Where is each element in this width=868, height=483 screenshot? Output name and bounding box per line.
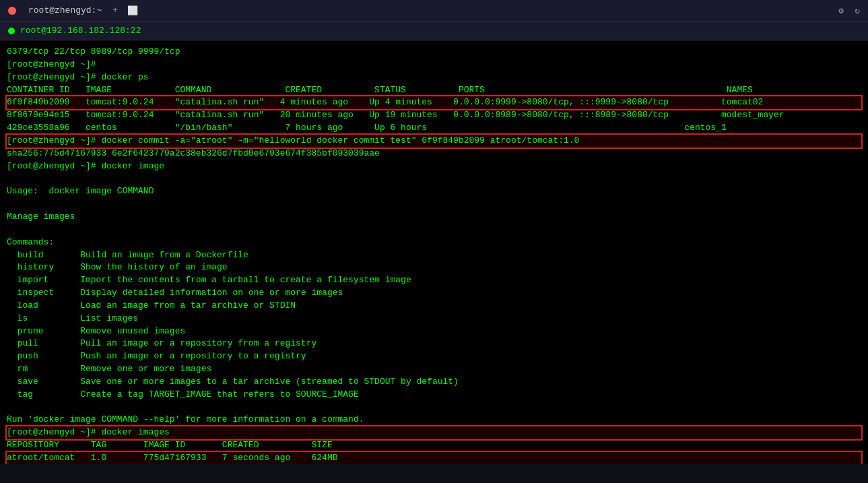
line-commit-cmd: [root@zhengyd ~]# docker commit -a="atro…: [7, 135, 861, 148]
line-sha: sha256:775d47167933 6e2f6423779a2c38eb32…: [7, 148, 861, 160]
line-blank3: [7, 198, 861, 211]
line-image-atroot: atroot/tomcat 1.0 775d47167933 7 seconds…: [7, 452, 861, 464]
line-ports: 6379/tcp 22/tcp 8989/tcp 9999/tcp: [7, 46, 861, 59]
line-blank1: [root@zhengyd ~]#: [7, 59, 861, 71]
line-cmd-build: build Build an image from a Dockerfile: [7, 249, 861, 262]
window-icon[interactable]: ⬜: [127, 5, 138, 16]
line-cmd-ls: ls List images: [7, 313, 861, 325]
line-docker-ps-cmd: [root@zhengyd ~]# docker ps: [7, 71, 861, 84]
connection-indicator: [8, 28, 15, 34]
refresh-icon[interactable]: ↻: [855, 5, 860, 16]
line-docker-images-cmd: [root@zhengyd ~]# docker images: [7, 426, 861, 439]
line-cmd-rm: rm Remove one or more images: [7, 363, 861, 376]
line-cmd-push: push Push an image or a repository to a …: [7, 350, 861, 363]
settings-icon[interactable]: ⚙: [838, 5, 844, 16]
line-blank2: [7, 172, 861, 185]
line-manage: Manage images: [7, 211, 861, 224]
line-ps-header: CONTAINER ID IMAGE COMMAND CREATED STATU…: [7, 84, 861, 97]
line-cmd-import: import Import the contents from a tarbal…: [7, 274, 861, 287]
line-images-header: REPOSITORY TAG IMAGE ID CREATED SIZE: [7, 439, 861, 452]
line-container-2: 8f8679e94e15 tomcat:9.0.24 "catalina.sh …: [7, 109, 861, 122]
line-cmd-history: history Show the history of an image: [7, 261, 861, 274]
line-blank4: [7, 224, 861, 236]
line-docker-image-cmd: [root@zhengyd ~]# docker image: [7, 160, 861, 173]
line-cmd-pull: pull Pull an image or a repository from …: [7, 337, 861, 350]
line-container-3: 429ce3558a96 centos "/bin/bash" 7 hours …: [7, 122, 861, 135]
terminal-header: root@192.168.182.128:22: [0, 22, 868, 40]
line-commands-hdr: Commands:: [7, 236, 861, 249]
line-cmd-inspect: inspect Display detailed information on …: [7, 287, 861, 300]
line-cmd-save: save Save one or more images to a tar ar…: [7, 376, 861, 389]
title-bar: root@zhengyd:~ + ⬜ ⚙ ↻: [0, 0, 868, 22]
line-cmd-load: load Load an image from a tar archive or…: [7, 300, 861, 313]
new-tab-icon[interactable]: +: [112, 5, 118, 15]
title-bar-actions: ⚙ ↻: [838, 5, 860, 16]
line-run-help: Run 'docker image COMMAND --help' for mo…: [7, 414, 861, 426]
line-blank5: [7, 401, 861, 414]
line-container-1: 6f9f849b2099 tomcat:9.0.24 "catalina.sh …: [7, 96, 861, 109]
tab-title: root@zhengyd:~: [28, 5, 102, 15]
host-label: root@192.168.182.128:22: [20, 26, 141, 36]
close-dot[interactable]: [8, 7, 16, 15]
line-usage: Usage: docker image COMMAND: [7, 185, 861, 198]
terminal-body[interactable]: 6379/tcp 22/tcp 8989/tcp 9999/tcp [root@…: [0, 40, 868, 464]
line-cmd-prune: prune Remove unused images: [7, 325, 861, 338]
line-cmd-tag: tag Create a tag TARGET_IMAGE that refer…: [7, 389, 861, 401]
